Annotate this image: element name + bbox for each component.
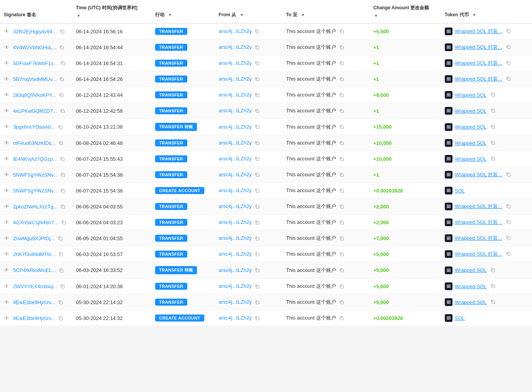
token-name-link[interactable]: Wrapped SOL 封装... xyxy=(455,203,502,210)
copy-from-icon[interactable] xyxy=(255,124,260,130)
token-name-link[interactable]: Wrapped SOL 封装... xyxy=(455,235,502,242)
copy-from-icon[interactable] xyxy=(255,300,260,305)
copy-from-icon[interactable] xyxy=(255,108,260,114)
copy-from-icon[interactable] xyxy=(255,172,260,178)
eye-icon[interactable]: 👁 xyxy=(4,124,9,130)
copy-token-icon[interactable] xyxy=(491,299,496,305)
from-link[interactable]: arsc4j...tLZh2y xyxy=(219,283,252,289)
copy-from-icon[interactable] xyxy=(255,45,260,50)
copy-signature-icon[interactable] xyxy=(61,220,67,225)
copy-to-icon[interactable] xyxy=(339,93,345,98)
copy-signature-icon[interactable] xyxy=(58,236,63,241)
from-link[interactable]: arsc4j...tLZh2y xyxy=(219,76,252,82)
signature-link[interactable]: 2WVYYEX4mbwy... xyxy=(13,284,57,289)
copy-signature-icon[interactable] xyxy=(58,316,64,321)
copy-to-icon[interactable] xyxy=(339,252,345,257)
copy-token-icon[interactable] xyxy=(506,204,511,209)
eye-icon[interactable]: 👁 xyxy=(4,315,9,321)
copy-token-icon[interactable] xyxy=(506,76,511,82)
copy-to-icon[interactable] xyxy=(339,108,345,114)
time-filter-button[interactable]: ▼ xyxy=(76,14,81,18)
token-name-link[interactable]: Wrapped SOL 封装... xyxy=(455,219,502,226)
from-link[interactable]: arsc4j...tLZh2y xyxy=(219,92,252,98)
copy-token-icon[interactable] xyxy=(506,172,511,177)
from-link[interactable]: arsc4j...tLZh2y xyxy=(219,299,252,305)
copy-from-icon[interactable] xyxy=(255,188,260,194)
copy-from-icon[interactable] xyxy=(255,204,260,210)
token-name-link[interactable]: Wrapped SOL xyxy=(455,156,487,162)
copy-token-icon[interactable] xyxy=(506,60,511,66)
signature-link[interactable]: 5DFuwF7kWbF1x... xyxy=(13,60,58,66)
eye-icon[interactable]: 👁 xyxy=(4,28,9,34)
copy-from-icon[interactable] xyxy=(255,156,260,162)
signature-link[interactable]: 2hK7f3v89dMTfo... xyxy=(13,251,56,257)
copy-signature-icon[interactable] xyxy=(60,108,66,114)
copy-signature-icon[interactable] xyxy=(59,268,64,273)
copy-from-icon[interactable] xyxy=(255,316,260,321)
copy-token-icon[interactable] xyxy=(506,220,511,225)
copy-from-icon[interactable] xyxy=(255,141,260,146)
signature-link[interactable]: 5CP4rkRxxMuEL... xyxy=(13,267,56,273)
eye-icon[interactable]: 👁 xyxy=(4,60,9,66)
from-link[interactable]: arsc4j...tLZh2y xyxy=(219,203,252,209)
copy-token-icon[interactable] xyxy=(506,45,511,50)
token-name-link[interactable]: SOL xyxy=(455,188,465,194)
signature-link[interactable]: 32Bi2EjHqjiy4v94... xyxy=(13,29,57,34)
token-name-link[interactable]: Wrapped SOL xyxy=(455,124,487,130)
from-link[interactable]: arsc4j...tLZh2y xyxy=(219,219,252,225)
copy-signature-icon[interactable] xyxy=(60,61,66,66)
copy-to-icon[interactable] xyxy=(339,45,345,50)
from-link[interactable]: arsc4j...tLZh2y xyxy=(219,267,252,273)
copy-token-icon[interactable] xyxy=(491,124,496,130)
token-name-link[interactable]: Wrapped SOL xyxy=(455,92,487,98)
eye-icon[interactable]: 👁 xyxy=(4,283,9,289)
signature-link[interactable]: mFeuo63NzKtDs... xyxy=(13,140,56,146)
from-link[interactable]: arsc4j...tLZh2y xyxy=(219,60,252,66)
to-filter-button[interactable]: ▼ xyxy=(300,13,306,17)
from-link[interactable]: arsc4j...tLZh2y xyxy=(219,108,252,113)
token-name-link[interactable]: Wrapped SOL xyxy=(455,299,487,305)
copy-token-icon[interactable] xyxy=(506,29,511,34)
copy-token-icon[interactable] xyxy=(491,268,496,273)
copy-signature-icon[interactable] xyxy=(59,77,65,82)
token-name-link[interactable]: Wrapped SOL 封装... xyxy=(455,28,502,35)
signature-link[interactable]: 4EwE3be9Hjmzv... xyxy=(13,315,55,321)
copy-from-icon[interactable] xyxy=(255,93,260,98)
copy-signature-icon[interactable] xyxy=(60,29,65,34)
copy-to-icon[interactable] xyxy=(339,236,345,241)
copy-to-icon[interactable] xyxy=(339,29,345,34)
token-name-link[interactable]: Wrapped SOL xyxy=(455,267,487,273)
copy-to-icon[interactable] xyxy=(339,204,345,210)
copy-signature-icon[interactable] xyxy=(60,204,66,210)
token-filter-button[interactable]: ▼ xyxy=(472,13,477,17)
copy-signature-icon[interactable] xyxy=(59,93,64,98)
signature-link[interactable]: 4VdWzVbNGHoL... xyxy=(13,45,57,50)
change-filter-button[interactable]: ▼ xyxy=(373,14,379,18)
eye-icon[interactable]: 👁 xyxy=(4,235,9,241)
token-name-link[interactable]: Wrapped SOL xyxy=(455,140,487,146)
from-filter-button[interactable]: ▼ xyxy=(239,13,245,17)
copy-to-icon[interactable] xyxy=(339,284,345,289)
copy-to-icon[interactable] xyxy=(339,124,345,130)
copy-token-icon[interactable] xyxy=(506,251,511,257)
token-name-link[interactable]: Wrapped SOL 封装... xyxy=(455,76,502,83)
from-link[interactable]: arsc4j...tLZh2y xyxy=(219,140,252,146)
copy-token-icon[interactable] xyxy=(491,108,496,113)
eye-icon[interactable]: 👁 xyxy=(4,172,9,178)
copy-to-icon[interactable] xyxy=(339,77,345,82)
copy-to-icon[interactable] xyxy=(339,172,345,178)
copy-to-icon[interactable] xyxy=(339,156,345,162)
copy-from-icon[interactable] xyxy=(255,220,260,225)
eye-icon[interactable]: 👁 xyxy=(4,203,9,210)
from-link[interactable]: arsc4j...tLZh2y xyxy=(219,124,252,130)
copy-to-icon[interactable] xyxy=(339,141,345,146)
eye-icon[interactable]: 👁 xyxy=(4,140,9,146)
copy-to-icon[interactable] xyxy=(339,268,345,273)
copy-signature-icon[interactable] xyxy=(60,188,66,194)
token-name-link[interactable]: Wrapped SOL 封装... xyxy=(455,44,502,51)
eye-icon[interactable]: 👁 xyxy=(4,44,9,50)
from-link[interactable]: arsc4j...tLZh2y xyxy=(219,187,252,193)
signature-link[interactable]: 5B7mqVbdMMUv... xyxy=(13,76,57,82)
copy-to-icon[interactable] xyxy=(339,316,345,321)
token-name-link[interactable]: SOL xyxy=(455,315,465,321)
